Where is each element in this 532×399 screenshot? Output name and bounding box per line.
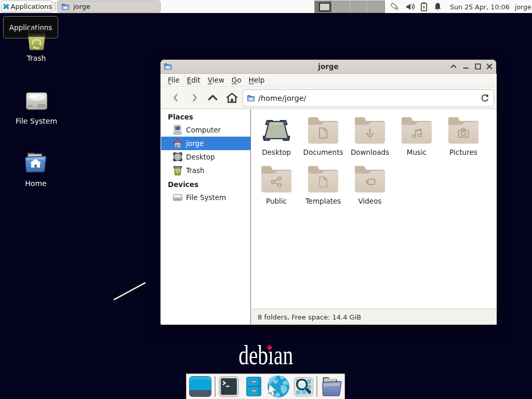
videos-folder-icon xyxy=(355,165,385,193)
drive-small-icon xyxy=(172,192,183,203)
location-bar[interactable]: /home/jorge/ xyxy=(243,89,494,107)
sidebar-item-label: Trash xyxy=(186,166,205,175)
window-title: jorge xyxy=(161,60,496,73)
trash-icon xyxy=(25,30,48,50)
file-item-templates[interactable]: Templates xyxy=(300,164,347,205)
workspace-3[interactable] xyxy=(350,1,368,12)
panel-handle-2[interactable] xyxy=(55,2,56,11)
bottom-dock xyxy=(186,374,345,399)
forward-icon xyxy=(189,92,200,103)
sidebar-item-trash[interactable]: Trash xyxy=(161,164,250,177)
battery-icon[interactable] xyxy=(420,2,428,11)
menu-view[interactable]: View xyxy=(204,76,228,84)
menu-label-rest: elp xyxy=(254,76,265,84)
menu-file[interactable]: File xyxy=(164,76,183,84)
desktop-icon-home-label: Home xyxy=(7,179,64,188)
shade-button[interactable] xyxy=(448,60,459,73)
file-item-label: Downloads xyxy=(347,148,393,156)
menu-help[interactable]: Help xyxy=(245,76,269,84)
close-button[interactable] xyxy=(484,60,495,73)
maximize-icon xyxy=(474,63,482,70)
xfce-logo-icon xyxy=(3,3,9,10)
refresh-icon[interactable] xyxy=(480,94,489,103)
show-desktop-icon[interactable] xyxy=(189,376,211,397)
panel-handle[interactable] xyxy=(54,2,55,11)
desktop-icon-trash-label: Trash xyxy=(8,54,65,62)
volume-icon[interactable] xyxy=(406,2,416,11)
menu-label-rest: iew xyxy=(212,76,224,84)
sidebar-item-file-system[interactable]: File System xyxy=(161,191,250,204)
workspace-2[interactable] xyxy=(332,1,350,12)
home-toolbar-icon xyxy=(225,92,238,104)
terminal-icon[interactable] xyxy=(219,376,239,397)
workspace-1[interactable] xyxy=(315,1,332,12)
file-item-label: Desktop xyxy=(253,148,300,156)
app-finder-icon[interactable] xyxy=(294,377,313,396)
file-item-videos[interactable]: Videos xyxy=(347,164,393,205)
statusbar-text: 8 folders, Free space: 14.4 GiB xyxy=(258,313,361,321)
close-icon xyxy=(486,63,493,70)
file-cabinet-icon[interactable] xyxy=(246,377,261,396)
window-content: Places Computer jorge Desktop Trash Devi… xyxy=(161,109,497,325)
file-item-public[interactable]: Public xyxy=(253,164,300,205)
debian-logo: debıan xyxy=(0,339,532,370)
statusbar: 8 folders, Free space: 14.4 GiB xyxy=(251,309,497,325)
username-label[interactable]: jorge xyxy=(515,0,531,14)
menu-label-rest: dit xyxy=(191,76,201,84)
menu-go[interactable]: Go xyxy=(228,76,245,84)
applications-menu-button[interactable]: Applications xyxy=(1,1,52,12)
sidebar-item-computer[interactable]: Computer xyxy=(161,123,250,137)
home-icon xyxy=(172,138,183,149)
file-manager-window: jorge File Edit View Go Help /home/jorge… xyxy=(160,59,497,325)
downloads-folder-icon xyxy=(355,116,385,144)
home-folder-icon xyxy=(24,151,48,173)
templates-folder-icon xyxy=(308,165,338,193)
sidebar-item-label: File System xyxy=(186,193,226,202)
up-button[interactable] xyxy=(205,90,220,105)
taskbar-window-button[interactable]: jorge xyxy=(57,1,161,12)
desktop-icon-home[interactable]: Home xyxy=(7,151,64,188)
menu-mnemonic: V xyxy=(208,76,212,84)
back-button[interactable] xyxy=(168,90,184,105)
sidebar-item-desktop[interactable]: Desktop xyxy=(161,150,250,164)
file-item-label: Videos xyxy=(347,197,393,205)
home-button[interactable] xyxy=(224,90,240,105)
file-item-pictures[interactable]: Pictures xyxy=(440,115,487,156)
file-manager-icon[interactable] xyxy=(322,377,343,397)
file-view[interactable]: Desktop Documents Downloads Music Pictur… xyxy=(251,109,497,325)
stray-line-artifact xyxy=(113,282,150,302)
stylus-icon[interactable] xyxy=(390,2,400,11)
documents-folder-icon xyxy=(308,116,338,144)
sidebar-item-label: Desktop xyxy=(186,153,215,161)
menu-mnemonic: G xyxy=(232,76,237,84)
shade-icon xyxy=(450,63,457,70)
file-item-label: Templates xyxy=(300,197,347,205)
workspace-switcher[interactable] xyxy=(314,1,385,13)
file-item-music[interactable]: Music xyxy=(393,115,440,156)
file-item-label: Pictures xyxy=(440,148,487,156)
workspace-4[interactable] xyxy=(367,1,384,12)
file-item-documents[interactable]: Documents xyxy=(300,115,347,156)
forward-button[interactable] xyxy=(187,90,202,105)
window-titlebar[interactable]: jorge xyxy=(161,60,496,74)
back-icon xyxy=(170,92,182,103)
sidebar-header-devices: Devices xyxy=(168,180,198,189)
desktop-icon-trash[interactable]: Trash xyxy=(8,30,65,62)
bell-icon[interactable] xyxy=(434,2,442,11)
location-path[interactable]: /home/jorge/ xyxy=(258,94,480,102)
desktop-icon-file-system[interactable]: File System xyxy=(8,91,65,125)
menu-edit[interactable]: Edit xyxy=(183,76,204,84)
menu-mnemonic: F xyxy=(168,76,171,84)
sidebar-header-places: Places xyxy=(168,113,193,121)
logo-post: an xyxy=(274,340,293,370)
file-item-label: Public xyxy=(253,197,300,205)
clock[interactable]: Sun 25 Apr, 10:06 xyxy=(450,0,510,14)
file-item-downloads[interactable]: Downloads xyxy=(347,115,393,156)
maximize-button[interactable] xyxy=(472,60,484,73)
computer-icon xyxy=(172,125,183,135)
sidebar-item-jorge[interactable]: jorge xyxy=(161,137,250,150)
file-item-desktop[interactable]: Desktop xyxy=(253,115,300,156)
desktop-folder-icon xyxy=(261,120,292,141)
minimize-button[interactable] xyxy=(460,60,472,73)
web-browser-icon[interactable] xyxy=(267,375,290,398)
